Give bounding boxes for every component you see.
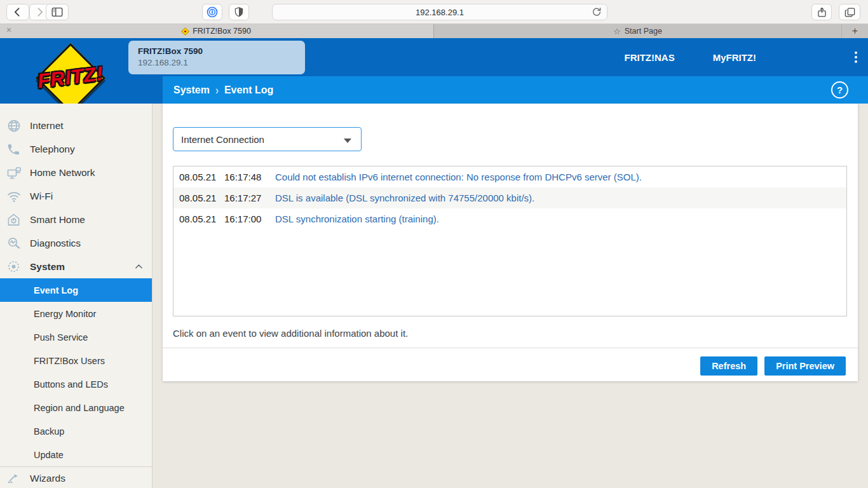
tab-overview-button[interactable] [839,4,860,20]
screen: 192.168.29.1 × FRITZ!Box 7590 ☆ Start Pa… [0,0,868,488]
sidebar-subitem-buttons-and-leds[interactable]: Buttons and LEDs [0,372,152,396]
kebab-menu-icon[interactable] [851,51,860,63]
browser-toolbar: 192.168.29.1 [0,0,868,24]
breadcrumb-page: Event Log [224,85,273,96]
fritznas-link[interactable]: FRITZ!NAS [625,52,675,63]
breadcrumb-bar: System › Event Log ? [163,76,868,104]
divider [163,348,858,348]
chevron-down-icon [344,139,351,143]
sidebar-item-telephony[interactable]: Telephony [0,137,152,161]
help-button[interactable]: ? [831,81,848,98]
share-button[interactable] [811,4,832,20]
wizard-wand-icon [6,471,23,485]
sidebar-item-label: Home Network [30,167,95,179]
sidebar-item-wifi[interactable]: Wi-Fi [0,184,152,208]
tabs-overview-icon [844,6,856,18]
chevron-up-icon[interactable] [133,261,144,274]
back-button[interactable] [6,4,29,20]
subitem-label: Event Log [34,285,78,295]
sidebar: Internet Telephony Home Network Wi-Fi Sm… [0,104,153,488]
sidebar-subitem-backup[interactable]: Backup [0,419,152,443]
print-preview-button[interactable]: Print Preview [764,356,846,376]
sidebar-item-label: System [30,261,65,273]
wifi-icon [6,189,23,204]
breadcrumb-section[interactable]: System [173,85,210,96]
system-icon [6,259,23,274]
event-hint-text: Click on an event to view additional inf… [173,328,408,339]
event-time: 16:17:27 [224,193,275,203]
event-filter-select[interactable]: Internet Connection [173,127,362,151]
app-header: FRITZ! FRITZ!Box 7590 192.168.29.1 FRITZ… [0,38,868,104]
sidebar-subitem-fritzbox-users[interactable]: FRITZ!Box Users [0,349,152,372]
logo-text: FRITZ! [29,61,111,93]
diagnostics-icon [6,236,23,251]
fritz-favicon-icon [181,27,189,36]
sidebar-subitem-energy-monitor[interactable]: Energy Monitor [0,302,152,325]
globe-icon [6,118,23,133]
reload-icon[interactable] [591,6,602,20]
header-nav: FRITZ!NAS MyFRITZ! [625,38,868,76]
sidebar-item-label: Smart Home [30,214,85,226]
sidebar-subitem-event-log[interactable]: Event Log [0,278,152,302]
event-date: 08.05.21 [173,214,224,224]
event-log-table: 08.05.21 16:17:48 Could not establish IP… [173,166,847,316]
event-message-link[interactable]: DSL synchronization starting (training). [275,214,846,224]
sidebar-subitem-push-service[interactable]: Push Service [0,325,152,349]
sidebar-item-label: Wi-Fi [30,191,53,202]
content-panel: Internet Connection 08.05.21 16:17:48 Co… [163,104,858,381]
table-row[interactable]: 08.05.21 16:17:00 DSL synchronization st… [173,208,846,229]
star-icon: ☆ [613,27,621,36]
event-time: 16:17:00 [224,214,275,224]
device-info-box: FRITZ!Box 7590 192.168.29.1 [128,41,305,74]
close-tab-icon[interactable]: × [6,25,11,35]
breadcrumb: System › Event Log [173,85,273,96]
subitem-label: Push Service [34,332,88,342]
plus-icon: + [852,25,858,37]
shield-icon [233,6,245,18]
sidebar-item-label: Telephony [30,144,75,155]
back-icon [11,6,24,18]
event-time: 16:17:48 [224,172,275,182]
device-name: FRITZ!Box 7590 [138,46,305,56]
phone-icon [6,142,23,157]
tab-fritzbox[interactable]: × FRITZ!Box 7590 [0,24,434,38]
myfritz-link[interactable]: MyFRITZ! [713,52,756,63]
action-buttons: Refresh Print Preview [700,356,846,376]
event-message-link[interactable]: DSL is available (DSL synchronized with … [275,193,846,203]
url-bar[interactable]: 192.168.29.1 [272,4,607,20]
device-ip: 192.168.29.1 [138,58,305,67]
event-date: 08.05.21 [173,193,224,203]
sidebar-item-smart-home[interactable]: Smart Home [0,208,152,231]
sidebar-toggle-button[interactable] [46,4,69,20]
subitem-label: Energy Monitor [34,309,96,319]
tab-label: FRITZ!Box 7590 [193,27,251,36]
tab-bar: × FRITZ!Box 7590 ☆ Start Page + [0,24,868,38]
url-text: 192.168.29.1 [416,8,464,17]
refresh-button[interactable]: Refresh [700,356,757,376]
subitem-label: FRITZ!Box Users [34,356,105,366]
table-row[interactable]: 08.05.21 16:17:48 Could not establish IP… [173,166,846,187]
sidebar-item-label: Internet [30,120,64,132]
sidebar-subitem-region-and-language[interactable]: Region and Language [0,396,152,419]
event-filter-value: Internet Connection [181,134,264,145]
sidebar-subitem-update[interactable]: Update [0,443,152,466]
onepassword-icon [206,6,219,18]
sidebar-item-internet[interactable]: Internet [0,114,152,137]
sidebar-item-wizards[interactable]: Wizards [0,466,152,488]
smart-home-icon [6,212,23,227]
table-row[interactable]: 08.05.21 16:17:27 DSL is available (DSL … [173,187,846,208]
event-message-link[interactable]: Could not establish IPv6 internet connec… [275,172,846,182]
subitem-label: Backup [34,426,64,437]
tab-start-page[interactable]: ☆ Start Page [434,24,841,38]
password-extension-button[interactable] [202,4,222,20]
sidebar-item-system[interactable]: System [0,255,152,278]
subitem-label: Update [34,450,64,460]
subitem-label: Region and Language [34,403,125,413]
privacy-extension-button[interactable] [229,4,249,20]
help-icon: ? [837,85,843,95]
sidebar-item-home-network[interactable]: Home Network [0,161,152,184]
new-tab-button[interactable]: + [841,24,868,38]
event-date: 08.05.21 [173,172,224,182]
tab-label: Start Page [625,27,662,36]
sidebar-item-diagnostics[interactable]: Diagnostics [0,231,152,255]
